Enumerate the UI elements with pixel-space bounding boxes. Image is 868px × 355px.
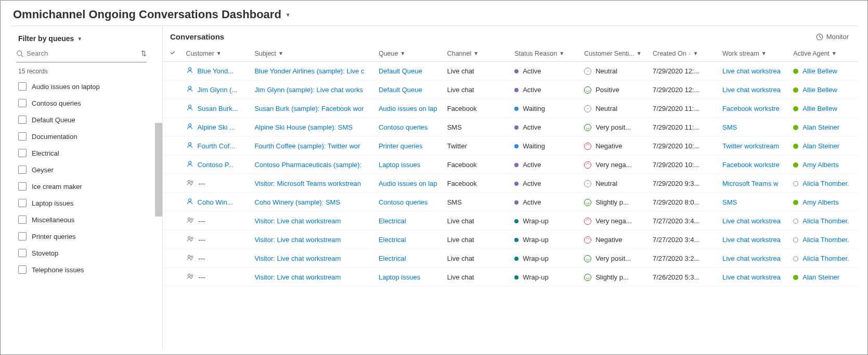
workstream-link[interactable]: Facebook workstre (722, 161, 780, 169)
agent-link[interactable]: Alicia Thomber. (802, 236, 849, 244)
customer-link[interactable]: Fourth Cof... (198, 142, 235, 150)
queue-link[interactable]: Contoso queries (379, 123, 428, 131)
search-input[interactable] (27, 48, 138, 59)
col-created[interactable]: Created On↓▼ (650, 45, 719, 62)
workstream-link[interactable]: Live chat workstrea (722, 217, 781, 225)
col-channel[interactable]: Channel▼ (444, 45, 511, 62)
workstream-link[interactable]: SMS (722, 198, 737, 206)
workstream-link[interactable]: Live chat workstrea (722, 86, 781, 94)
queue-link[interactable]: Audio issues on lap (379, 180, 437, 187)
queue-link[interactable]: Electrical (379, 236, 406, 244)
subject-link[interactable]: Susan Burk (sample): Facebook wor (254, 105, 364, 112)
subject-link[interactable]: Visitor: Live chat workstream (254, 273, 341, 281)
subject-link[interactable]: Jim Glynn (sample): Live chat works (254, 86, 363, 94)
subject-link[interactable]: Blue Yonder Airlines (sample): Live c (254, 67, 364, 75)
queue-link[interactable]: Laptop issues (379, 161, 420, 169)
workstream-link[interactable]: Live chat workstrea (722, 67, 781, 75)
queue-item[interactable]: Laptop issues (16, 195, 159, 211)
agent-link[interactable]: Alan Steiner (802, 142, 839, 150)
queue-item[interactable]: Printer queries (16, 228, 159, 245)
customer-link[interactable]: Susan Burk... (198, 105, 238, 112)
queue-item[interactable]: Telephone issues (16, 261, 159, 278)
col-customer[interactable]: Customer▼ (183, 45, 252, 62)
checkbox[interactable] (18, 99, 27, 107)
table-row[interactable]: ---Visitor: Live chat workstreamLaptop i… (163, 268, 858, 287)
col-sentiment[interactable]: Customer Senti...▼ (581, 45, 650, 62)
queue-item[interactable]: Electrical (16, 145, 159, 161)
agent-link[interactable]: Allie Bellew (802, 105, 837, 112)
subject-link[interactable]: Visitor: Live chat workstream (254, 255, 341, 262)
table-row[interactable]: Jim Glynn (...Jim Glynn (sample): Live c… (163, 81, 858, 99)
agent-link[interactable]: Alan Steiner (802, 273, 839, 281)
agent-link[interactable]: Alicia Thomber. (802, 180, 849, 187)
queue-item[interactable]: Audio issues on laptop (16, 78, 159, 95)
customer-link[interactable]: Coho Win... (198, 198, 233, 206)
col-agent[interactable]: Active Agent▼ (790, 45, 858, 62)
customer-link[interactable]: Jim Glynn (... (198, 86, 238, 94)
queue-item[interactable]: Contoso queries (16, 95, 159, 111)
checkbox[interactable] (18, 232, 27, 240)
checkbox[interactable] (18, 166, 27, 174)
queue-link[interactable]: Default Queue (379, 86, 422, 94)
subject-link[interactable]: Contoso Pharmaceuticals (sample): (254, 161, 361, 169)
checkbox[interactable] (18, 249, 27, 257)
workstream-link[interactable]: Facebook workstre (722, 105, 780, 112)
queue-item[interactable]: Ice cream maker (16, 178, 159, 195)
workstream-link[interactable]: Live chat workstrea (722, 236, 781, 244)
subject-link[interactable]: Alpine Ski House (sample): SMS (254, 123, 353, 131)
table-row[interactable]: ---Visitor: Live chat workstreamElectric… (163, 231, 858, 249)
agent-link[interactable]: Amy Alberts (802, 198, 838, 206)
queue-item[interactable]: Documentation (16, 128, 159, 145)
queue-item[interactable]: Miscellaneous (16, 211, 159, 228)
agent-link[interactable]: Allie Bellew (802, 67, 837, 75)
subject-link[interactable]: Visitor: Live chat workstream (254, 236, 341, 244)
workstream-link[interactable]: Live chat workstrea (722, 255, 781, 262)
table-row[interactable]: Alpine Ski ...Alpine Ski House (sample):… (163, 118, 858, 137)
checkbox[interactable] (18, 82, 27, 91)
table-row[interactable]: Blue Yond...Blue Yonder Airlines (sample… (163, 62, 858, 81)
queue-item[interactable]: Default Queue (16, 111, 159, 128)
queue-link[interactable]: Audio issues on lap (379, 105, 437, 112)
agent-link[interactable]: Alicia Thomber. (802, 255, 849, 262)
table-row[interactable]: ---Visitor: Microsoft Teams workstreanAu… (163, 174, 858, 193)
sort-updown-icon[interactable]: ⇅ (141, 49, 147, 57)
workstream-link[interactable]: SMS (722, 123, 737, 131)
customer-link[interactable]: Blue Yond... (198, 67, 234, 75)
col-queue[interactable]: Queue▼ (375, 45, 444, 62)
col-work[interactable]: Work stream▼ (719, 45, 790, 62)
subject-link[interactable]: Visitor: Live chat workstream (254, 217, 341, 225)
table-row[interactable]: Susan Burk...Susan Burk (sample): Facebo… (163, 99, 858, 118)
workstream-link[interactable]: Microsoft Teams w (722, 180, 778, 187)
table-row[interactable]: Fourth Cof...Fourth Coffee (sample): Twi… (163, 137, 858, 156)
table-row[interactable]: Contoso P...Contoso Pharmaceuticals (sam… (163, 156, 858, 174)
table-row[interactable]: ---Visitor: Live chat workstreamElectric… (163, 212, 858, 231)
workstream-link[interactable]: Live chat workstrea (722, 273, 781, 281)
workstream-link[interactable]: Twitter workstream (722, 142, 779, 150)
checkbox[interactable] (18, 182, 27, 191)
agent-link[interactable]: Alicia Thomber. (802, 217, 849, 225)
checkbox[interactable] (18, 265, 27, 274)
subject-link[interactable]: Coho Winery (sample): SMS (254, 198, 340, 206)
table-row[interactable]: ---Visitor: Live chat workstreamElectric… (163, 249, 858, 268)
chevron-down-icon[interactable]: ▼ (77, 36, 82, 42)
checkbox[interactable] (18, 149, 27, 157)
checkbox[interactable] (18, 132, 27, 141)
subject-link[interactable]: Fourth Coffee (sample): Twitter wor (254, 142, 360, 150)
customer-link[interactable]: Contoso P... (198, 161, 234, 169)
col-status[interactable]: Status Reason▼ (511, 45, 581, 62)
checkbox[interactable] (18, 199, 27, 207)
queue-link[interactable]: Electrical (379, 255, 406, 262)
select-all-header[interactable] (163, 45, 183, 62)
agent-link[interactable]: Alan Steiner (802, 123, 839, 131)
queue-link[interactable]: Printer queries (379, 142, 423, 150)
agent-link[interactable]: Amy Alberts (802, 161, 838, 169)
monitor-button[interactable]: Monitor (816, 33, 849, 41)
queue-link[interactable]: Contoso queries (379, 198, 428, 206)
subject-link[interactable]: Visitor: Microsoft Teams workstrean (254, 180, 361, 187)
chevron-down-icon[interactable]: ▼ (286, 12, 291, 18)
queue-item[interactable]: Stovetop (16, 245, 159, 261)
agent-link[interactable]: Allie Bellew (802, 86, 837, 94)
col-subject[interactable]: Subject▼ (251, 45, 375, 62)
queue-item[interactable]: Geyser (16, 161, 159, 178)
queue-link[interactable]: Default Queue (379, 67, 422, 75)
